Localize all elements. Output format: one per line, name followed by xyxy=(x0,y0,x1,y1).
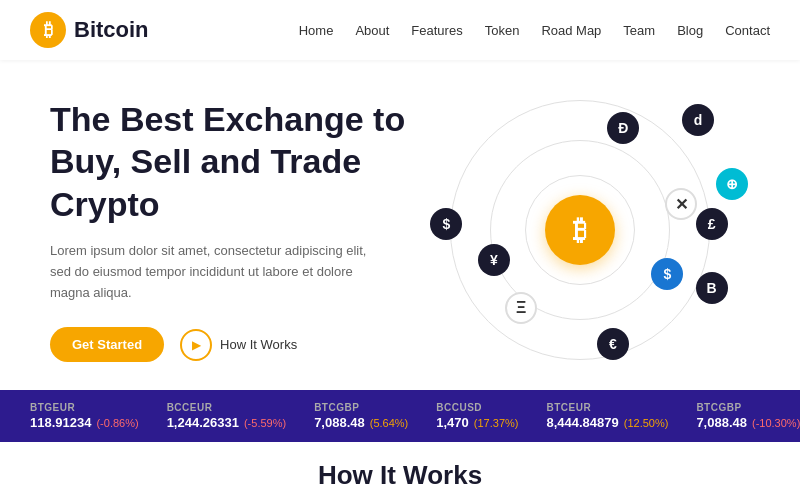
orbit-coin-1: d xyxy=(682,104,714,136)
hero-left: The Best Exchange to Buy, Sell and Trade… xyxy=(50,98,410,363)
orbit-diagram: ₿ Đd$¥✕£$Ξ€B⊕ xyxy=(410,90,750,370)
nav-link-about[interactable]: About xyxy=(355,23,389,38)
orbit-coin-3: ¥ xyxy=(478,244,510,276)
ticker-pair: BCCUSD xyxy=(436,402,518,413)
nav-link-contact[interactable]: Contact xyxy=(725,23,770,38)
ticker-change: (5.64%) xyxy=(370,417,409,429)
ticker-price: 7,088.48 xyxy=(314,415,365,430)
orbit-coin-9: B xyxy=(696,272,728,304)
ticker-price: 1,470 xyxy=(436,415,469,430)
ticker-change: (-5.59%) xyxy=(244,417,286,429)
logo-text: Bitcoin xyxy=(74,17,149,43)
nav-link-blog[interactable]: Blog xyxy=(677,23,703,38)
hero-buttons: Get Started ▶ How It Works xyxy=(50,327,410,362)
orbit-coin-8: € xyxy=(597,328,629,360)
ticker-change: (17.37%) xyxy=(474,417,519,429)
ticker-change: (-0.86%) xyxy=(96,417,138,429)
hero-description: Lorem ipsum dolor sit amet, consectetur … xyxy=(50,241,370,303)
ticker-pair: BTGEUR xyxy=(30,402,139,413)
logo-icon: ₿ xyxy=(30,12,66,48)
play-icon: ▶ xyxy=(180,329,212,361)
how-section: How It Works xyxy=(0,442,800,500)
nav-link-home[interactable]: Home xyxy=(299,23,334,38)
ticker-pair: BTCGBP xyxy=(314,402,408,413)
orbit-coin-7: Ξ xyxy=(505,292,537,324)
ticker-item: BTCEUR8,444.84879(12.50%) xyxy=(546,402,668,430)
orbit-coin-10: ⊕ xyxy=(716,168,748,200)
ticker-item: BCCUSD1,470(17.37%) xyxy=(436,402,518,430)
navbar: ₿ Bitcoin HomeAboutFeaturesTokenRoad Map… xyxy=(0,0,800,60)
orbit-coin-2: $ xyxy=(430,208,462,240)
nav-link-features[interactable]: Features xyxy=(411,23,462,38)
how-it-works-button[interactable]: ▶ How It Works xyxy=(180,329,297,361)
hero-section: The Best Exchange to Buy, Sell and Trade… xyxy=(0,60,800,390)
ticker-price: 1,244.26331 xyxy=(167,415,239,430)
orbit-coin-5: £ xyxy=(696,208,728,240)
nav-links: HomeAboutFeaturesTokenRoad MapTeamBlogCo… xyxy=(299,23,770,38)
ticker-pair: BTCEUR xyxy=(546,402,668,413)
ticker-price: 8,444.84879 xyxy=(546,415,618,430)
how-section-title: How It Works xyxy=(30,460,770,491)
ticker-change: (12.50%) xyxy=(624,417,669,429)
nav-link-token[interactable]: Token xyxy=(485,23,520,38)
ticker-item: BTCGBP7,088.48(-10.30%) xyxy=(696,402,800,430)
ticker-item: BTGEUR118.91234(-0.86%) xyxy=(30,402,139,430)
ticker-pair: BCCEUR xyxy=(167,402,286,413)
how-it-works-label: How It Works xyxy=(220,337,297,352)
orbit-coin-4: ✕ xyxy=(665,188,697,220)
nav-link-road-map[interactable]: Road Map xyxy=(541,23,601,38)
ticker-item: BTCGBP7,088.48(5.64%) xyxy=(314,402,408,430)
logo: ₿ Bitcoin xyxy=(30,12,149,48)
ticker-pair: BTCGBP xyxy=(696,402,800,413)
ticker-item: BCCEUR1,244.26331(-5.59%) xyxy=(167,402,286,430)
get-started-button[interactable]: Get Started xyxy=(50,327,164,362)
ticker-price: 118.91234 xyxy=(30,415,91,430)
bitcoin-center-icon: ₿ xyxy=(545,195,615,265)
nav-link-team[interactable]: Team xyxy=(623,23,655,38)
ticker-price: 7,088.48 xyxy=(696,415,747,430)
hero-headline: The Best Exchange to Buy, Sell and Trade… xyxy=(50,98,410,226)
ticker-bar: BTGEUR118.91234(-0.86%)BCCEUR1,244.26331… xyxy=(0,390,800,442)
ticker-change: (-10.30%) xyxy=(752,417,800,429)
